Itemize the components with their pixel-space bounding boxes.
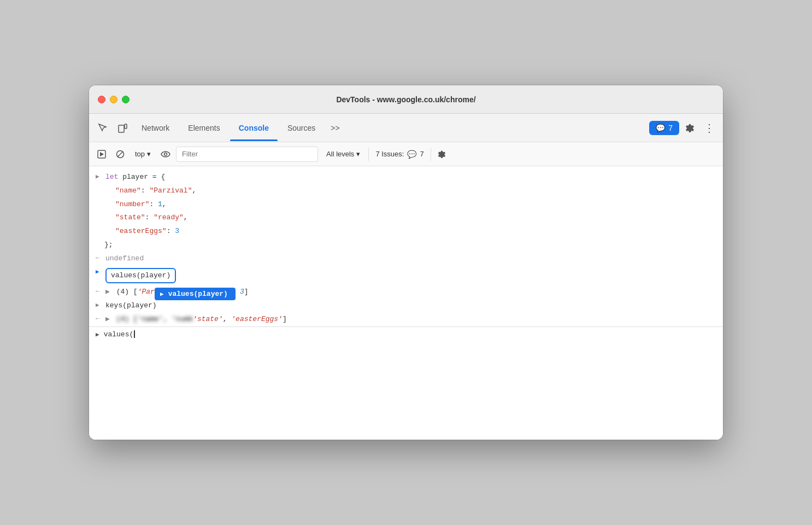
console-line: ← ▶ (4) ['name', 'numb'state', 'easterEg… <box>89 313 723 326</box>
window-title: DevTools - www.google.co.uk/chrome/ <box>336 95 475 104</box>
input-arrow: ▶ <box>96 301 102 308</box>
undefined-text: undefined <box>105 254 144 262</box>
input-text: values( <box>104 330 134 339</box>
line-content: }; <box>104 240 716 251</box>
line-content: "state": "ready", <box>115 212 716 224</box>
window-controls <box>98 96 130 103</box>
tab-elements[interactable]: Elements <box>179 119 228 137</box>
console-line: "state": "ready", <box>89 211 723 225</box>
input-cursor <box>134 330 135 338</box>
console-line-values: ▶ values(player) <box>89 266 723 286</box>
expand-arrow: ▶ <box>96 173 102 180</box>
clear-console-icon[interactable] <box>112 146 128 162</box>
titlebar: DevTools - www.google.co.uk/chrome/ <box>89 85 723 114</box>
input-prompt: ▶ <box>96 331 99 338</box>
context-label: top <box>135 150 145 158</box>
line-content: values(player) <box>105 267 716 285</box>
more-options-icon[interactable]: ⋮ <box>700 119 719 137</box>
levels-label: All levels <box>326 150 354 158</box>
string: "Parzival" <box>149 186 192 195</box>
device-icon[interactable] <box>113 119 132 137</box>
expand-triangle[interactable]: ▶ <box>105 315 110 323</box>
svg-rect-0 <box>119 125 124 132</box>
settings-gear-icon[interactable] <box>680 119 699 137</box>
levels-dropdown-icon: ▾ <box>356 150 360 158</box>
tab-console[interactable]: Console <box>230 119 278 137</box>
more-tabs-button[interactable]: >> <box>325 120 345 136</box>
svg-rect-1 <box>125 124 127 129</box>
minimize-button[interactable] <box>110 96 117 103</box>
context-dropdown-icon: ▾ <box>147 150 151 158</box>
console-line: ▶ let player = { <box>89 171 723 184</box>
eye-icon[interactable] <box>157 146 174 162</box>
issues-number: 7 <box>420 150 423 158</box>
svg-marker-3 <box>100 152 104 156</box>
string: "name" <box>115 186 141 195</box>
console-line: }; <box>89 238 723 252</box>
issues-chat-icon: 💬 <box>656 124 665 132</box>
console-line: "name": "Parzival", <box>89 184 723 198</box>
close-button[interactable] <box>98 96 105 103</box>
keyword: let <box>105 173 122 181</box>
line-content: "number": 1, <box>115 199 716 211</box>
autocomplete-prompt: ▶ <box>160 290 164 298</box>
issues-chat-icon: 💬 <box>407 150 416 159</box>
tab-sources[interactable]: Sources <box>279 119 324 137</box>
svg-point-6 <box>164 153 167 155</box>
run-script-icon[interactable] <box>93 146 110 162</box>
autocomplete-text: values(player) <box>168 290 228 298</box>
output-arrow: ← <box>96 288 102 295</box>
code-text: player = { <box>122 173 165 181</box>
line-content: undefined <box>105 253 716 265</box>
console-input-line[interactable]: ▶ values( <box>89 326 723 342</box>
expand-triangle[interactable]: ▶ <box>105 288 110 296</box>
maximize-button[interactable] <box>122 96 130 103</box>
line-content: keys(player) <box>105 300 716 312</box>
console-toolbar: top ▾ All levels ▾ 7 Issues: 💬 7 <box>89 142 723 166</box>
tab-network[interactable]: Network <box>133 119 178 137</box>
blurred-content: (4) ['name', 'numb <box>116 315 193 323</box>
context-selector[interactable]: top ▾ <box>131 148 155 160</box>
console-line: ← undefined <box>89 252 723 266</box>
line-content: let player = { <box>105 172 716 183</box>
input-arrow: ▶ <box>96 268 102 275</box>
console-settings-icon[interactable] <box>433 146 450 162</box>
console-output: ▶ let player = { "name": "Parzival", "nu… <box>89 166 723 440</box>
levels-dropdown[interactable]: All levels ▾ <box>320 147 366 161</box>
console-line: "number": 1, <box>89 198 723 212</box>
issues-counter[interactable]: 7 Issues: 💬 7 <box>368 148 431 161</box>
console-line: "easterEggs": 3 <box>89 225 723 238</box>
tab-bar: Network Elements Console Sources >> 💬 7 … <box>89 114 723 142</box>
devtools-window: DevTools - www.google.co.uk/chrome/ Netw… <box>89 85 723 440</box>
command-text: values(player) <box>111 271 170 279</box>
output-arrow: ← <box>96 315 102 323</box>
highlighted-command: values(player) <box>105 268 176 284</box>
filter-input[interactable] <box>176 147 318 162</box>
console-line: ▶ keys(player) <box>89 299 723 313</box>
issues-count: 7 <box>668 124 673 132</box>
svg-line-5 <box>117 151 123 157</box>
command-text: keys(player) <box>105 301 157 310</box>
issues-badge[interactable]: 💬 7 <box>649 121 679 135</box>
line-content: ▶ (4) ['name', 'numb'state', 'easterEggs… <box>105 314 716 325</box>
line-content: "name": "Parzival", <box>115 185 716 197</box>
autocomplete-dropdown[interactable]: ▶ values(player) <box>155 288 236 300</box>
inspect-icon[interactable] <box>93 119 112 137</box>
issues-text: 7 Issues: <box>375 150 404 158</box>
output-arrow: ← <box>96 254 102 262</box>
line-content: "easterEggs": 3 <box>115 226 716 237</box>
